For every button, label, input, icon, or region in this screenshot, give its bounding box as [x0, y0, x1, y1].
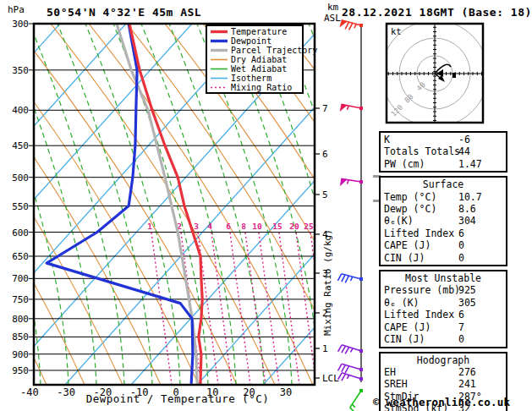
pressure-tick-label: 900: [12, 349, 29, 360]
barb-station-marker: [359, 24, 363, 27]
wind-barb: [337, 274, 363, 283]
wind-barb: [340, 178, 363, 186]
barb-full: [342, 275, 345, 282]
barb-full: [342, 365, 345, 372]
indices-table-stability: K-6Totals Totals44PW (cm)1.47: [379, 131, 507, 173]
sounding-curves: [47, 24, 202, 383]
legend: TemperatureDewpointParcel TrajectoryDry …: [206, 25, 317, 93]
barb-half: [347, 375, 348, 379]
mixing-ratio-value: 3: [194, 222, 199, 231]
barb-full: [345, 348, 349, 354]
table-row: EH276: [381, 366, 506, 378]
sounding-page: hPa 50°54'N 4°32'E 45m ASL 28.12.2021 18…: [0, 0, 532, 411]
barb-half: [347, 106, 348, 110]
row-value: 8.6: [458, 203, 502, 215]
storm-marker: [452, 73, 456, 78]
table-row: Dewp (°C)8.6: [381, 203, 506, 215]
km-tick-label: 7: [322, 103, 328, 114]
table-header: Surface: [381, 178, 506, 190]
table-row: Lifted Index6: [381, 227, 506, 239]
barb-full: [342, 346, 346, 353]
mixing-ratio-line: [279, 233, 299, 385]
barb-station-marker: [359, 349, 363, 353]
row-label: θₑ(K): [384, 215, 458, 227]
wet-adiabat-line: [504, 24, 532, 385]
table-row: SREH241: [381, 378, 506, 390]
legend-label: Parcel Trajectory: [231, 46, 317, 55]
row-label: CIN (J): [384, 252, 458, 264]
table-row: CIN (J)0: [381, 333, 506, 345]
barb-flag: [340, 104, 348, 112]
pressure-tick-label: 600: [12, 227, 29, 238]
legend-label: Isotherm: [231, 74, 271, 83]
row-label: SREH: [384, 378, 458, 390]
row-value: 6: [458, 227, 502, 239]
barb-full: [345, 366, 348, 373]
pressure-tick-label: 800: [12, 314, 29, 325]
table-header: Hodograph: [381, 354, 506, 366]
row-label: K: [384, 134, 458, 145]
table-header: Most Unstable: [381, 272, 506, 284]
hodograph-ring-label: 80: [403, 92, 414, 104]
x-axis-title: Dewpoint / Temperature (°C): [34, 392, 321, 405]
mixing-ratio-value: 15: [272, 222, 282, 231]
pressure-tick-label: 550: [12, 201, 29, 212]
mixing-ratio-value: 1: [147, 222, 152, 231]
hodograph-ring-label: 40: [414, 80, 426, 92]
row-value: 0: [458, 333, 502, 345]
row-value: 44: [458, 145, 502, 157]
legend-label: Dry Adiabat: [231, 55, 287, 64]
pressure-tick-label: 300: [12, 19, 29, 30]
row-label: Lifted Index: [384, 227, 458, 239]
row-value: -6: [458, 134, 502, 145]
mixing-ratio-value: 10: [252, 222, 262, 231]
table-row: CIN (J)0: [381, 252, 506, 264]
wind-barb: [338, 364, 363, 373]
barb-half: [351, 277, 353, 281]
table-row: θₑ (K)305: [381, 297, 506, 309]
table-row: Lifted Index6: [381, 309, 506, 321]
barb-half: [352, 404, 355, 408]
row-value: 10.7: [458, 191, 502, 203]
wind-barb: [340, 104, 363, 112]
legend-label: Mixing Ratio: [231, 83, 292, 92]
km-tick-label: 6: [322, 149, 328, 160]
row-label: CAPE (J): [384, 321, 458, 333]
mixing-ratio-line: [211, 233, 232, 385]
pressure-tick-label: 700: [12, 273, 29, 284]
table-row: CAPE (J)7: [381, 321, 506, 333]
row-value: 276: [458, 366, 502, 378]
barb-full: [338, 364, 342, 370]
row-label: CAPE (J): [384, 239, 458, 251]
wind-barb: [350, 389, 363, 411]
legend-label: Wet Adiabat: [231, 64, 287, 74]
mixing-ratio-value: 20: [289, 222, 299, 231]
table-row: Pressure (mb)925: [381, 284, 506, 296]
table-row: PW (cm)1.47: [381, 158, 506, 170]
table-row: θₑ(K)304: [381, 215, 506, 227]
row-label: CIN (J): [384, 333, 458, 345]
row-value: 1.47: [458, 158, 502, 170]
pressure-tick-label: 400: [12, 105, 29, 116]
row-label: PW (cm): [384, 158, 458, 170]
barb-staff: [350, 391, 361, 408]
row-label: Totals Totals: [384, 145, 458, 157]
barb-full: [338, 345, 343, 352]
row-label: θₑ (K): [384, 297, 458, 309]
mixing-ratio-line: [245, 233, 266, 385]
wind-barb: [339, 20, 363, 30]
row-label: Lifted Index: [384, 309, 458, 321]
row-value: 304: [458, 215, 502, 227]
legend-label: Dewpoint: [231, 36, 271, 46]
barb-full: [342, 374, 346, 381]
row-value: 7: [458, 321, 502, 333]
km-tick-label: 1: [322, 343, 328, 354]
row-value: 0: [458, 252, 502, 264]
hodograph-unit-label: kt: [391, 26, 402, 36]
mixing-ratio-value: 8: [241, 222, 246, 231]
row-value: 925: [458, 284, 502, 296]
row-label: Pressure (mb): [384, 284, 458, 296]
barb-station-marker: [359, 389, 363, 392]
barb-full: [349, 23, 353, 30]
mixing-ratio-value: 6: [226, 222, 231, 231]
